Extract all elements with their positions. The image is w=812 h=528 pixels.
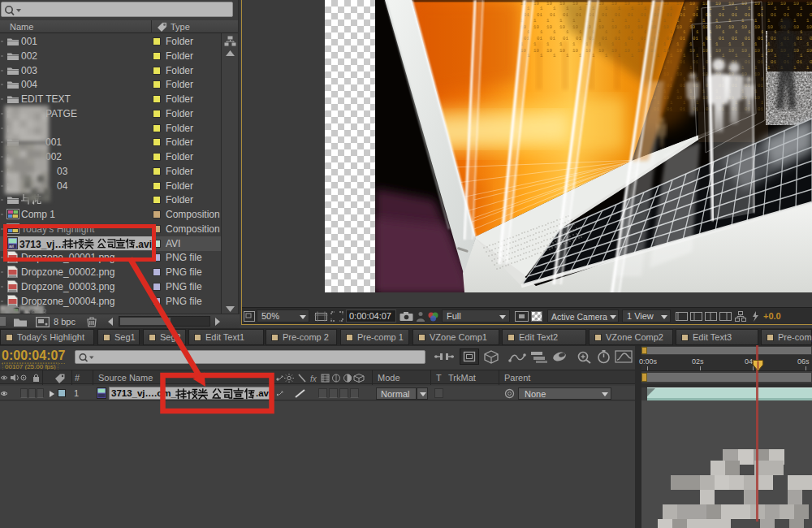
svg-text:3713_vj…: 3713_vj… [19,238,64,249]
svg-text:.avi: .avi [136,238,152,249]
svg-text:3713_vj….om_: 3713_vj….om_ [111,388,177,398]
svg-text:fx: fx [310,374,317,383]
svg-text:avi: avi [9,245,14,249]
svg-text:.avi: .avi [256,388,271,398]
